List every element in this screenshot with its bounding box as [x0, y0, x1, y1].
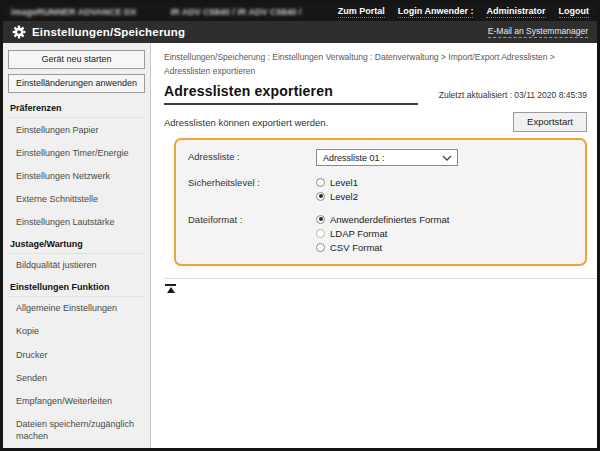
body-row: Gerät neu starten Einstelländerungen anw… — [3, 43, 597, 448]
title-row: Adresslisten exportieren Zuletzt aktuali… — [164, 83, 587, 105]
main-content: Einstellungen/Speicherung : Einstellunge… — [151, 43, 597, 448]
settings-sidebar: Gerät neu starten Einstelländerungen anw… — [3, 43, 151, 448]
logged-in-user-link[interactable]: Administrator — [486, 6, 545, 18]
device-name: imageRUNNER ADVANCE DX — [11, 7, 137, 17]
settings-title-bar: Einstellungen/Speicherung E-Mail an Syst… — [3, 21, 597, 43]
breadcrumb-separator: : — [368, 52, 375, 62]
device-status-bar: imageRUNNER ADVANCE DX iR ADV C5840 / iR… — [3, 3, 597, 21]
file-format-label: Dateiformat : — [188, 212, 316, 254]
breadcrumb-current-page: Adresslisten exportieren — [164, 66, 255, 76]
breadcrumb-settings-registration[interactable]: Einstellungen/Speicherung — [164, 52, 265, 62]
radio-icon[interactable] — [316, 243, 325, 252]
sidebar-item-network-settings[interactable]: Einstellungen Netzwerk — [8, 164, 145, 187]
sidebar-item-store-access-files[interactable]: Dateien speichern/zugänglich machen — [8, 413, 145, 448]
sidebar-item-volume-settings[interactable]: Einstellungen Lautstärke — [8, 211, 145, 234]
login-user-label: Login Anwender : — [398, 6, 474, 18]
last-updated-timestamp: Zuletzt aktualisiert : 03/11 2020 8:45:3… — [439, 90, 587, 105]
format-csv-option[interactable]: CSV Format — [316, 240, 573, 254]
radio-label: CSV Format — [330, 242, 382, 253]
breadcrumb-management-settings[interactable]: Einstellungen Verwaltung — [272, 52, 367, 62]
mail-to-system-manager-link[interactable]: E-Mail an Systemmanager — [488, 26, 588, 38]
chevron-down-icon — [442, 154, 452, 162]
sidebar-item-send[interactable]: Senden — [8, 366, 145, 389]
remote-ui-window: imageRUNNER ADVANCE DX iR ADV C5840 / iR… — [0, 0, 600, 451]
to-portal-link[interactable]: Zum Portal — [338, 6, 385, 18]
address-list-select[interactable]: Adressliste 01 : — [316, 149, 458, 166]
gear-icon — [12, 25, 26, 39]
logout-link[interactable]: Logout — [559, 6, 590, 18]
device-model: iR ADV C5840 / iR ADV C5840 / — [171, 7, 302, 17]
sidebar-item-printer[interactable]: Drucker — [8, 343, 145, 366]
content-divider — [164, 278, 597, 279]
file-format-row: Dateiformat : Anwenderdefiniertes Format… — [188, 212, 573, 254]
radio-label: Level1 — [330, 177, 358, 188]
page-description: Adresslisten können exportiert werden. — [164, 117, 328, 128]
sidebar-item-common-settings[interactable]: Allgemeine Einstellungen — [8, 297, 145, 320]
breadcrumb-separator: > — [548, 52, 555, 62]
security-level1-option[interactable]: Level1 — [316, 175, 573, 189]
security-level2-option[interactable]: Level2 — [316, 189, 573, 203]
sidebar-heading-preferences: Präferenzen — [8, 98, 145, 118]
address-list-label: Adressliste : — [188, 149, 316, 166]
breadcrumb-import-export-address-lists[interactable]: Import/Export Adresslisten — [448, 52, 547, 62]
description-row: Adresslisten können exportiert werden. E… — [164, 112, 587, 132]
radio-icon[interactable] — [316, 178, 325, 187]
security-level-label: Sicherheitslevel : — [188, 175, 316, 203]
sidebar-item-timer-energy-settings[interactable]: Einstellungen Timer/Energie — [8, 141, 145, 164]
address-list-selected-value: Adressliste 01 : — [323, 153, 385, 163]
radio-icon[interactable] — [316, 215, 325, 224]
address-list-row: Adressliste : Adressliste 01 : — [188, 149, 573, 166]
radio-label: LDAP Format — [330, 228, 387, 239]
sidebar-item-paper-settings[interactable]: Einstellungen Papier — [8, 118, 145, 141]
radio-icon[interactable] — [316, 229, 325, 238]
sidebar-heading-function-settings: Einstellungen Funktion — [8, 277, 145, 297]
export-start-button[interactable]: Exportstart — [513, 112, 587, 132]
sidebar-item-adjust-image-quality[interactable]: Bildqualität justieren — [8, 254, 145, 277]
export-settings-panel: Adressliste : Adressliste 01 : Sicherhei… — [174, 138, 587, 266]
security-level-row: Sicherheitslevel : Level1 Level2 — [188, 175, 573, 203]
format-custom-option[interactable]: Anwenderdefiniertes Format — [316, 212, 573, 226]
page-top-icon[interactable] — [165, 284, 176, 293]
apply-setting-changes-button[interactable]: Einstelländerungen anwenden — [8, 74, 145, 93]
page-title: Adresslisten exportieren — [164, 83, 418, 105]
format-ldap-option[interactable]: LDAP Format — [316, 226, 573, 240]
radio-icon[interactable] — [316, 192, 325, 201]
breadcrumb-separator: > — [439, 52, 449, 62]
sidebar-item-external-interface[interactable]: Externe Schnittstelle — [8, 187, 145, 210]
restart-device-button[interactable]: Gerät neu starten — [8, 50, 145, 69]
app-title: Einstellungen/Speicherung — [32, 26, 185, 38]
sidebar-item-receive-forward[interactable]: Empfangen/Weiterleiten — [8, 389, 145, 412]
sidebar-item-copy[interactable]: Kopie — [8, 320, 145, 343]
breadcrumb-data-management[interactable]: Datenverwaltung — [375, 52, 439, 62]
radio-label: Level2 — [330, 191, 358, 202]
sidebar-heading-adjustment-maintenance: Justage/Wartung — [8, 234, 145, 254]
radio-label: Anwenderdefiniertes Format — [330, 214, 449, 225]
breadcrumb: Einstellungen/Speicherung : Einstellunge… — [164, 50, 587, 78]
